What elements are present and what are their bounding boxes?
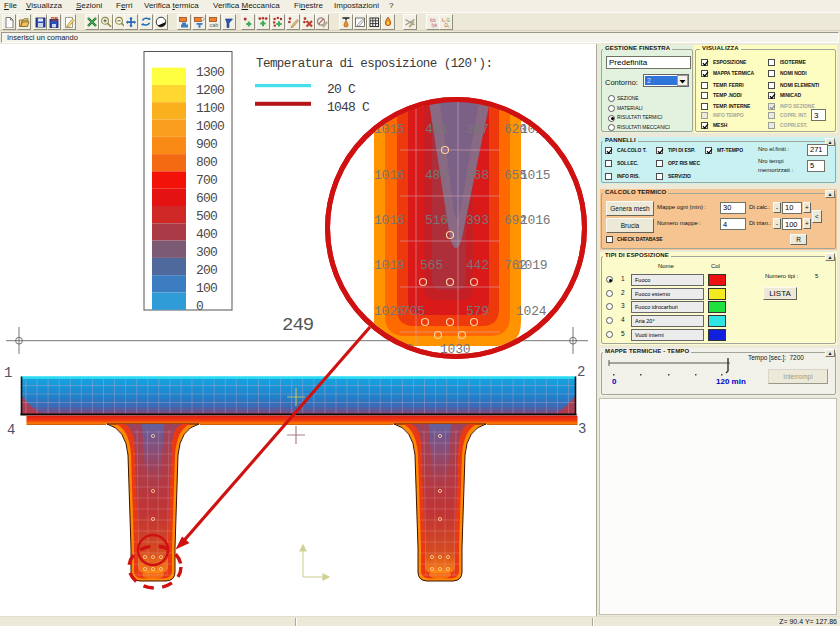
svg-text:0: 0 <box>196 299 203 314</box>
svg-text:442: 442 <box>466 258 489 273</box>
svg-text:600: 600 <box>196 191 217 206</box>
svg-text:368: 368 <box>466 168 489 183</box>
svg-text:DB: DB <box>51 16 59 22</box>
svg-text:4: 4 <box>7 422 15 438</box>
svg-text:20 C: 20 C <box>327 82 356 97</box>
svg-text:2: 2 <box>577 364 585 380</box>
svg-text:461: 461 <box>425 122 448 137</box>
svg-text:1019: 1019 <box>374 258 404 273</box>
svg-text:800: 800 <box>196 155 217 170</box>
svg-text:500: 500 <box>196 209 217 224</box>
svg-text:1016: 1016 <box>374 168 404 183</box>
svg-text:400: 400 <box>196 227 217 242</box>
svg-text:487: 487 <box>425 168 448 183</box>
svg-text:1100: 1100 <box>196 101 224 116</box>
svg-text:1200: 1200 <box>196 83 224 98</box>
svg-text:1048 C: 1048 C <box>327 100 370 115</box>
svg-text:1026: 1026 <box>374 304 404 319</box>
svg-text:700: 700 <box>196 173 217 188</box>
svg-text:300: 300 <box>196 245 217 260</box>
svg-text:1016: 1016 <box>374 213 404 228</box>
svg-text:Temperatura di esposizione (12: Temperatura di esposizione (120'): <box>256 57 492 71</box>
svg-text:393: 393 <box>466 213 489 228</box>
svg-text:579: 579 <box>466 304 489 319</box>
svg-text:1: 1 <box>4 365 12 381</box>
svg-text:347: 347 <box>466 122 489 137</box>
svg-text:1300: 1300 <box>196 65 224 80</box>
svg-text:1015: 1015 <box>520 168 550 183</box>
svg-text:1019: 1019 <box>517 258 547 273</box>
svg-text:100: 100 <box>196 281 217 296</box>
svg-text:3: 3 <box>578 421 586 437</box>
svg-text:cab: cab <box>210 22 219 28</box>
svg-text:1000: 1000 <box>196 119 224 134</box>
svg-text:565: 565 <box>420 258 443 273</box>
svg-text:fyk: fyk <box>432 23 439 28</box>
svg-text:249: 249 <box>282 314 314 336</box>
svg-text:705: 705 <box>402 304 425 319</box>
svg-text:516: 516 <box>425 213 448 228</box>
svg-text:1016: 1016 <box>520 213 550 228</box>
svg-text:1024: 1024 <box>516 304 547 319</box>
svg-text:Ω₀: Ω₀ <box>445 23 450 28</box>
svg-text:900: 900 <box>196 137 217 152</box>
svg-text:200: 200 <box>196 263 217 278</box>
